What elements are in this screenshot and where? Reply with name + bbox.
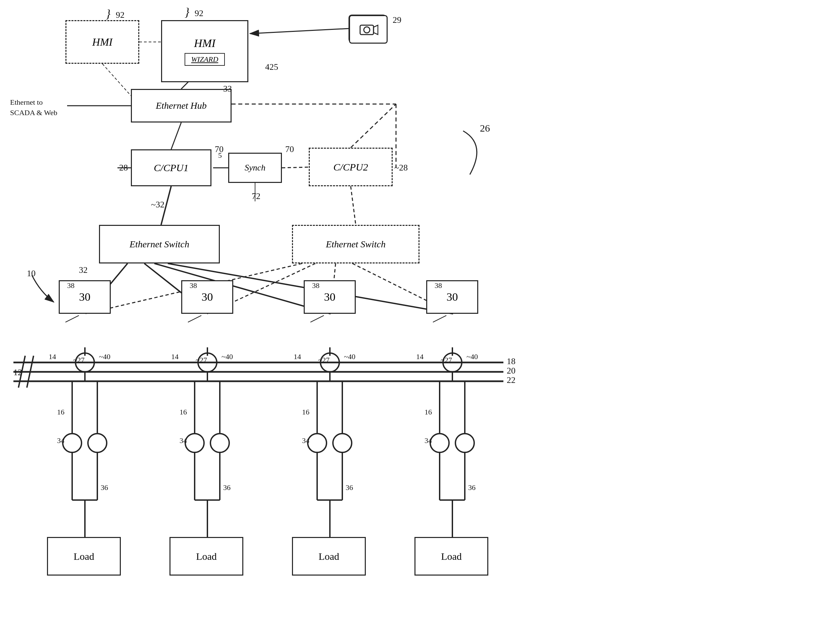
svg-line-77 bbox=[188, 315, 202, 322]
svg-line-79 bbox=[433, 315, 446, 322]
ref-36a: 36 bbox=[101, 483, 108, 492]
ref-36b: 36 bbox=[223, 483, 230, 492]
ccpu2-box: C/CPU2 bbox=[309, 148, 393, 186]
ref-28a: 28 bbox=[119, 163, 128, 173]
hmi-dashed-label: HMI bbox=[92, 36, 112, 48]
load1-label: Load bbox=[74, 551, 94, 562]
ccpu1-box: C/CPU1 bbox=[131, 149, 211, 186]
ref-38c: 38 bbox=[312, 281, 320, 290]
ref-29: 29 bbox=[393, 15, 402, 25]
svg-line-5 bbox=[171, 123, 181, 149]
ref-14d: 14 bbox=[416, 352, 424, 361]
synch-box: Synch bbox=[228, 153, 282, 183]
ethernet-switch2-box: Ethernet Switch bbox=[292, 225, 419, 264]
hmi-solid-label: HMI bbox=[194, 37, 216, 50]
ref-38b: 38 bbox=[190, 281, 197, 290]
ref-5: 5 bbox=[218, 151, 222, 160]
ref-425: 425 bbox=[265, 62, 278, 72]
ref-32b: 32 bbox=[79, 265, 88, 275]
synch-label: Synch bbox=[245, 163, 266, 173]
ref-40b: ~40 bbox=[221, 352, 233, 361]
svg-point-38 bbox=[63, 434, 82, 453]
ref-28b: ~28 bbox=[394, 163, 408, 173]
ref-40a: ~40 bbox=[99, 352, 110, 361]
node30-3-label: 30 bbox=[324, 291, 336, 303]
load4-label: Load bbox=[441, 551, 462, 562]
ref-92b: 92 bbox=[195, 8, 203, 18]
ccpu1-label: C/CPU1 bbox=[154, 162, 188, 173]
ref-38a: 38 bbox=[67, 281, 75, 290]
camera-device bbox=[349, 15, 387, 44]
load4-box: Load bbox=[414, 537, 488, 576]
load2-label: Load bbox=[196, 551, 217, 562]
ref-32a: ~32 bbox=[151, 200, 165, 210]
hmi-solid-box: HMI WIZARD bbox=[161, 20, 248, 82]
ref-22: 22 bbox=[507, 375, 515, 385]
svg-line-78 bbox=[310, 315, 324, 322]
svg-point-63 bbox=[455, 434, 474, 453]
ref-16c: 16 bbox=[302, 408, 309, 416]
camera-icon bbox=[358, 21, 379, 38]
ref-16a: 16 bbox=[57, 408, 64, 416]
ethernet-hub-box: Ethernet Hub bbox=[131, 89, 232, 123]
ref-14b: 14 bbox=[171, 352, 179, 361]
ref-27a: ~27 bbox=[73, 356, 85, 365]
svg-marker-82 bbox=[373, 25, 378, 35]
svg-point-39 bbox=[88, 434, 107, 453]
ref-26: 26 bbox=[480, 123, 490, 134]
svg-line-7 bbox=[282, 167, 309, 168]
ref-70b: 70 bbox=[285, 144, 294, 154]
svg-point-62 bbox=[430, 434, 449, 453]
hmi-wizard-label: WIZARD bbox=[191, 55, 218, 64]
ref-33: 33 bbox=[223, 84, 232, 94]
ref-curly-92b: } bbox=[185, 5, 189, 19]
ethernet-hub-label: Ethernet Hub bbox=[156, 100, 207, 111]
ref-34b: 34 bbox=[179, 436, 187, 445]
node30-4-label: 30 bbox=[447, 291, 458, 303]
svg-point-46 bbox=[185, 434, 204, 453]
ref-36d: 36 bbox=[468, 483, 475, 492]
diagram: HMI HMI WIZARD Ethernet Hub C/CPU1 Synch… bbox=[0, 0, 840, 640]
node30-1-label: 30 bbox=[79, 291, 91, 303]
svg-line-18 bbox=[351, 186, 356, 225]
ref-20: 20 bbox=[507, 366, 515, 376]
hmi-dashed-box: HMI bbox=[66, 20, 139, 64]
ref-40c: ~40 bbox=[344, 352, 355, 361]
ref-40d: ~40 bbox=[467, 352, 478, 361]
node30-4: 30 bbox=[426, 280, 478, 314]
node30-2-label: 30 bbox=[202, 291, 213, 303]
node30-1: 30 bbox=[59, 280, 111, 314]
ref-38d: 38 bbox=[435, 281, 442, 290]
ccpu2-label: C/CPU2 bbox=[333, 162, 368, 173]
svg-point-47 bbox=[210, 434, 229, 453]
ethernet-switch1-box: Ethernet Switch bbox=[99, 225, 220, 264]
ref-92a: 92 bbox=[116, 10, 125, 20]
ref-16b: 16 bbox=[179, 408, 187, 416]
ethernet-switch2-label: Ethernet Switch bbox=[326, 239, 386, 250]
ref-27c: ~27 bbox=[318, 356, 330, 365]
svg-line-69 bbox=[102, 64, 131, 96]
ref-curly-92a: } bbox=[106, 7, 110, 21]
ref-34a: 34 bbox=[57, 436, 64, 445]
ethernet-switch1-label: Ethernet Switch bbox=[130, 239, 189, 250]
ref-16d: 16 bbox=[424, 408, 432, 416]
svg-line-2 bbox=[250, 29, 349, 34]
ref-14c: 14 bbox=[294, 352, 301, 361]
svg-line-8 bbox=[351, 104, 396, 148]
ref-14a: 14 bbox=[49, 352, 56, 361]
ref-34c: 34 bbox=[302, 436, 309, 445]
ref-12: 12 bbox=[13, 368, 22, 378]
hmi-wizard-box: WIZARD bbox=[185, 53, 225, 66]
node30-2: 30 bbox=[181, 280, 233, 314]
ref-72: 72 bbox=[252, 191, 261, 202]
load1-box: Load bbox=[47, 537, 121, 576]
svg-point-54 bbox=[308, 434, 326, 453]
ethernet-scada-label: Ethernet to SCADA & Web bbox=[10, 97, 58, 118]
ref-18: 18 bbox=[507, 357, 515, 366]
svg-line-76 bbox=[66, 315, 79, 322]
svg-line-23 bbox=[27, 356, 34, 388]
ref-27b: ~27 bbox=[196, 356, 207, 365]
svg-point-55 bbox=[333, 434, 352, 453]
load3-box: Load bbox=[292, 537, 366, 576]
ref-36c: 36 bbox=[346, 483, 353, 492]
